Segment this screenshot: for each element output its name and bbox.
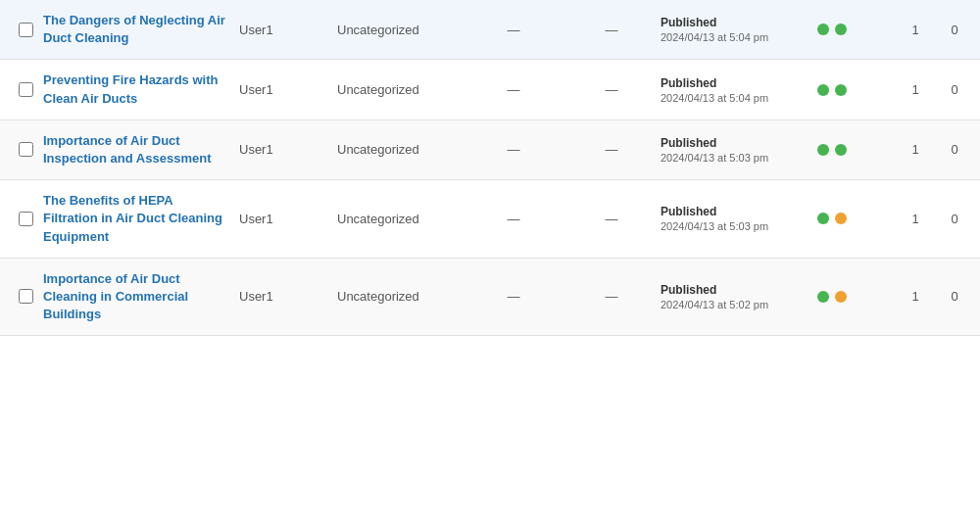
row-checkbox[interactable] (19, 142, 33, 157)
post-status-text: Published (661, 16, 817, 29)
dot-indicator-1 (817, 291, 829, 303)
post-author: User1 (239, 212, 337, 226)
post-dots-col (817, 144, 896, 156)
post-title-col: Importance of Air Duct Cleaning in Comme… (43, 270, 239, 324)
post-status-text: Published (661, 283, 817, 297)
row-checkbox[interactable] (19, 212, 33, 226)
post-status-date: 2024/04/13 at 5:03 pm (661, 220, 817, 232)
row-checkbox-col (8, 82, 43, 97)
post-status-col: Published 2024/04/13 at 5:04 pm (661, 16, 817, 43)
dot-indicator-1 (817, 144, 829, 156)
dot-indicator-1 (817, 24, 829, 35)
post-status-col: Published 2024/04/13 at 5:04 pm (661, 76, 817, 104)
post-dots-col (817, 84, 896, 96)
post-category: Uncategorized (337, 212, 465, 226)
post-count1: 1 (896, 212, 935, 226)
post-dash2: — (563, 212, 661, 226)
post-count1: 1 (896, 23, 935, 37)
post-category: Uncategorized (337, 289, 465, 304)
post-dots-col (817, 213, 896, 224)
row-checkbox[interactable] (19, 23, 33, 37)
post-category: Uncategorized (337, 142, 465, 157)
post-title-col: Importance of Air Duct Inspection and As… (43, 132, 239, 167)
post-dots-col (817, 24, 896, 35)
post-dash1: — (465, 82, 563, 97)
row-checkbox-col (8, 289, 43, 304)
post-category: Uncategorized (337, 82, 465, 97)
post-title-link[interactable]: Importance of Air Duct Cleaning in Comme… (43, 271, 188, 321)
post-status-col: Published 2024/04/13 at 5:02 pm (661, 283, 817, 310)
post-status-date: 2024/04/13 at 5:03 pm (661, 152, 817, 164)
dot-indicator-2 (835, 24, 847, 35)
post-dash2: — (563, 289, 661, 304)
post-title-link[interactable]: The Dangers of Neglecting Air Duct Clean… (43, 13, 225, 45)
post-title-col: The Benefits of HEPA Filtration in Air D… (43, 192, 239, 246)
dot-indicator-1 (817, 84, 829, 96)
post-status-date: 2024/04/13 at 5:02 pm (661, 299, 817, 310)
post-count2: 0 (935, 142, 974, 157)
dot-indicator-2 (835, 84, 847, 96)
post-count2: 0 (935, 23, 974, 37)
post-status-col: Published 2024/04/13 at 5:03 pm (661, 205, 817, 232)
post-dash1: — (465, 23, 563, 37)
post-author: User1 (239, 82, 337, 97)
row-checkbox[interactable] (19, 289, 33, 304)
post-status-date: 2024/04/13 at 5:04 pm (661, 31, 817, 43)
table-row: The Dangers of Neglecting Air Duct Clean… (0, 0, 980, 60)
post-status-date: 2024/04/13 at 5:04 pm (661, 92, 817, 104)
dot-indicator-2 (835, 144, 847, 156)
post-dash1: — (465, 142, 563, 157)
post-dash2: — (563, 82, 661, 97)
post-dash1: — (465, 289, 563, 304)
row-checkbox-col (8, 23, 43, 37)
post-title-link[interactable]: The Benefits of HEPA Filtration in Air D… (43, 193, 222, 243)
row-checkbox-col (8, 142, 43, 157)
post-count2: 0 (935, 289, 974, 304)
table-row: Preventing Fire Hazards with Clean Air D… (0, 60, 980, 119)
dot-indicator-2 (835, 291, 847, 303)
post-status-text: Published (661, 205, 817, 218)
post-category: Uncategorized (337, 23, 465, 37)
table-row: Importance of Air Duct Cleaning in Comme… (0, 259, 980, 337)
post-count2: 0 (935, 212, 974, 226)
post-title-col: The Dangers of Neglecting Air Duct Clean… (43, 12, 239, 47)
post-dash2: — (563, 23, 661, 37)
post-dash1: — (465, 212, 563, 226)
dot-indicator-1 (817, 213, 829, 224)
post-author: User1 (239, 23, 337, 37)
dot-indicator-2 (835, 213, 847, 224)
row-checkbox-col (8, 212, 43, 226)
post-author: User1 (239, 142, 337, 157)
post-title-link[interactable]: Preventing Fire Hazards with Clean Air D… (43, 72, 218, 105)
table-row: Importance of Air Duct Inspection and As… (0, 120, 980, 180)
post-dash2: — (563, 142, 661, 157)
post-status-text: Published (661, 136, 817, 150)
post-title-col: Preventing Fire Hazards with Clean Air D… (43, 71, 239, 107)
post-count1: 1 (896, 142, 935, 157)
post-dots-col (817, 291, 896, 303)
table-row: The Benefits of HEPA Filtration in Air D… (0, 180, 980, 259)
post-author: User1 (239, 289, 337, 304)
post-count1: 1 (896, 82, 935, 97)
post-status-col: Published 2024/04/13 at 5:03 pm (661, 136, 817, 164)
post-count2: 0 (935, 82, 974, 97)
row-checkbox[interactable] (19, 82, 33, 97)
post-title-link[interactable]: Importance of Air Duct Inspection and As… (43, 133, 211, 166)
post-status-text: Published (661, 76, 817, 90)
posts-table: The Dangers of Neglecting Air Duct Clean… (0, 0, 980, 523)
post-count1: 1 (896, 289, 935, 304)
